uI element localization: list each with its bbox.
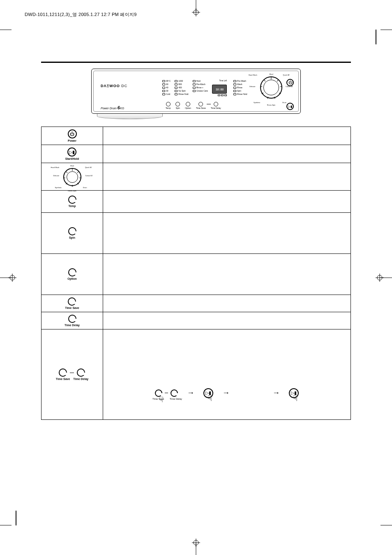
model-label: Power Drum 6KG bbox=[101, 105, 124, 110]
trim-mark bbox=[380, 30, 392, 30]
arrow-icon: → bbox=[222, 389, 230, 397]
option-icon: Option bbox=[67, 268, 77, 280]
program-dial-icon: Wool Hand Wash Quick 30' Delicate Cotton… bbox=[63, 166, 81, 187]
table-row: Temp bbox=[42, 191, 351, 213]
power-button[interactable]: ⏻ bbox=[286, 79, 294, 86]
trim-tick bbox=[376, 30, 376, 44]
brand-logo: DΛΞWOO DC bbox=[101, 84, 127, 88]
start-hold-icon: ▷▮ Start/Hold bbox=[65, 147, 79, 160]
time-display: 18:88 bbox=[212, 85, 227, 94]
spin-icon: Spin bbox=[68, 227, 76, 239]
trim-mark bbox=[380, 525, 392, 525]
table-row: Time Save bbox=[42, 295, 351, 312]
arrow-icon: → bbox=[272, 389, 280, 397]
table-row: Time Delay bbox=[42, 312, 351, 329]
table-row: Spin bbox=[42, 213, 351, 254]
hand-icon: ☟ bbox=[208, 393, 212, 403]
hand-icon: ☟ bbox=[293, 393, 298, 403]
temp-icon: Temp bbox=[68, 196, 76, 207]
power-icon: ⏻ Power bbox=[68, 129, 77, 142]
time-delay-button[interactable]: Time Delay bbox=[211, 102, 221, 109]
table-row: Time Save Time Delay bbox=[42, 329, 351, 420]
time-save-icon: Time Save bbox=[65, 297, 79, 309]
crop-mark-left bbox=[0, 272, 16, 284]
temp-button[interactable]: Temp bbox=[166, 102, 171, 109]
press-start-icon: ▷▮ ☟ bbox=[203, 388, 213, 398]
trim-mark bbox=[0, 525, 12, 525]
content-area: DΛΞWOO DC Power Drum 6KG 95°C 60 40 30 C… bbox=[41, 62, 351, 420]
trim-mark bbox=[0, 30, 12, 30]
option-indicators: Hold Pre-Wash Rinse + Crease Care bbox=[193, 80, 208, 96]
crop-mark-bottom bbox=[190, 539, 202, 555]
time-display-group: Time Left 18:88 bbox=[212, 80, 227, 96]
control-panel-figure: DΛΞWOO DC Power Drum 6KG 95°C 60 40 30 C… bbox=[91, 69, 301, 119]
arrow-icon: → bbox=[187, 389, 194, 397]
controls-table: ⏻ Power ▷▮ Start/Hold bbox=[41, 127, 351, 420]
press-both-icon: ☟ Time Save Time Delay bbox=[155, 389, 178, 397]
time-delay-icon: Time Delay bbox=[65, 315, 80, 327]
page: DWD-1011,1211(2,3)_영 2005.1.27 12:7 PM 페… bbox=[0, 0, 392, 555]
temp-indicators: 95°C 60 40 30 Cold bbox=[162, 80, 171, 96]
table-row: ⏻ Power bbox=[42, 127, 351, 145]
detergent-tray bbox=[97, 113, 163, 119]
spin-indicators: 1000 800 400 No Spin Rinse Hold bbox=[175, 80, 188, 96]
spin-button[interactable]: Spin bbox=[175, 102, 180, 109]
progress-indicators: Pre-Wash Wash Rinse Spin Rinse Hold bbox=[233, 80, 247, 96]
table-row: Option bbox=[42, 254, 351, 295]
horizontal-rule bbox=[41, 62, 351, 63]
indicator-columns: 95°C 60 40 30 Cold 1000 800 400 No Spin … bbox=[162, 80, 247, 96]
crop-mark-right bbox=[376, 272, 392, 284]
document-header: DWD-1011,1211(2,3)_영 2005.1.27 12:7 PM 페… bbox=[25, 12, 137, 18]
table-row: Wool Hand Wash Quick 30' Delicate Cotton… bbox=[42, 163, 351, 191]
start-hold-button[interactable]: ▷▮ bbox=[286, 103, 294, 110]
time-save-button[interactable]: Time Save bbox=[196, 102, 206, 109]
program-dial[interactable]: Wool Hand Wash Quick 30' Delicate Cotton… bbox=[260, 76, 282, 99]
instruction-sequence: ☟ Time Save Time Delay → ▷▮ ☟ → → bbox=[107, 388, 346, 398]
crop-mark-top bbox=[190, 0, 202, 16]
press-start-icon: ▷▮ ☟ bbox=[289, 388, 299, 398]
table-row: ▷▮ Start/Hold bbox=[42, 145, 351, 163]
time-save-delay-combo-icon: Time Save Time Delay bbox=[56, 368, 88, 380]
trim-tick bbox=[16, 511, 16, 525]
panel-frame: DΛΞWOO DC Power Drum 6KG 95°C 60 40 30 C… bbox=[91, 69, 301, 114]
option-button[interactable]: Option bbox=[185, 102, 191, 109]
panel-buttons: Temp Spin Option Time Save Time Delay bbox=[166, 102, 221, 109]
